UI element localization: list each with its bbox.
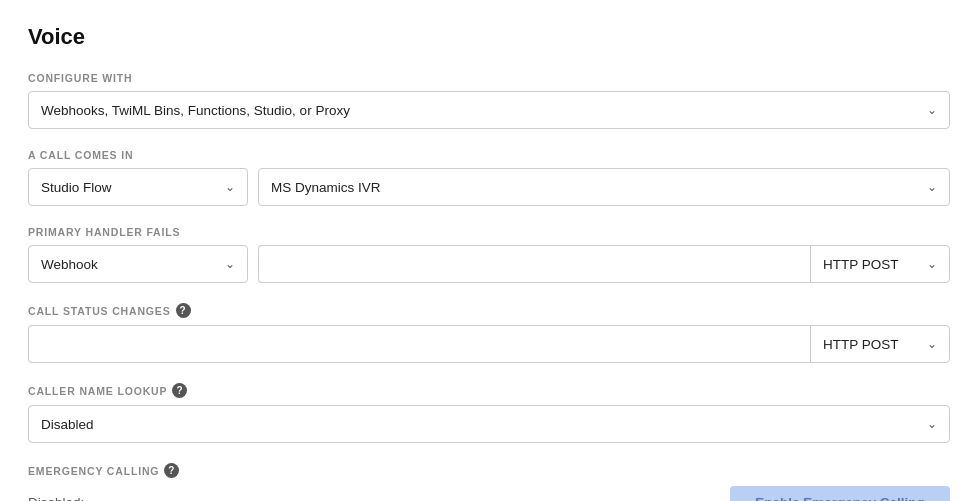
primary-handler-fails-label: PRIMARY HANDLER FAILS [28,226,950,238]
caller-name-lookup-label: CALLER NAME LOOKUP ? [28,383,950,398]
configure-with-section: CONFIGURE WITH Webhooks, TwiML Bins, Fun… [28,72,950,129]
call-status-changes-section: CALL STATUS CHANGES ? HTTP POST ⌄ [28,303,950,363]
primary-handler-left-chevron-icon: ⌄ [225,257,235,271]
caller-name-lookup-help-icon[interactable]: ? [172,383,187,398]
call-comes-in-row: Studio Flow ⌄ MS Dynamics IVR ⌄ [28,168,950,206]
emergency-calling-label: EMERGENCY CALLING ? [28,463,950,478]
primary-handler-right-chevron-icon: ⌄ [927,257,937,271]
primary-handler-fails-row: Webhook ⌄ HTTP POST ⌄ [28,245,950,283]
emergency-calling-help-icon[interactable]: ? [164,463,179,478]
primary-handler-left-select[interactable]: Webhook ⌄ [28,245,248,283]
call-comes-in-left-chevron-icon: ⌄ [225,180,235,194]
caller-name-lookup-chevron-icon: ⌄ [927,417,937,431]
primary-handler-fails-section: PRIMARY HANDLER FAILS Webhook ⌄ HTTP POS… [28,226,950,283]
call-comes-in-section: A CALL COMES IN Studio Flow ⌄ MS Dynamic… [28,149,950,206]
page-title: Voice [28,24,950,50]
configure-with-select[interactable]: Webhooks, TwiML Bins, Functions, Studio,… [28,91,950,129]
call-status-changes-right-select[interactable]: HTTP POST ⌄ [810,325,950,363]
call-status-changes-label: CALL STATUS CHANGES ? [28,303,950,318]
call-comes-in-right-chevron-icon: ⌄ [927,180,937,194]
enable-emergency-calling-button[interactable]: Enable Emergency Calling [730,486,950,501]
call-status-changes-help-icon[interactable]: ? [176,303,191,318]
primary-handler-input-group: HTTP POST ⌄ [258,245,950,283]
caller-name-lookup-section: CALLER NAME LOOKUP ? Disabled ⌄ [28,383,950,443]
emergency-calling-section: EMERGENCY CALLING ? Disabled: Enable Eme… [28,463,950,501]
primary-handler-right-select[interactable]: HTTP POST ⌄ [810,245,950,283]
caller-name-lookup-select[interactable]: Disabled ⌄ [28,405,950,443]
call-status-changes-url-input[interactable] [28,325,810,363]
call-comes-in-right-select[interactable]: MS Dynamics IVR ⌄ [258,168,950,206]
call-comes-in-left-select[interactable]: Studio Flow ⌄ [28,168,248,206]
call-status-changes-chevron-icon: ⌄ [927,337,937,351]
call-comes-in-label: A CALL COMES IN [28,149,950,161]
configure-with-chevron-icon: ⌄ [927,103,937,117]
emergency-calling-row: Disabled: Enable Emergency Calling [28,486,950,501]
call-status-changes-row: HTTP POST ⌄ [28,325,950,363]
primary-handler-url-input[interactable] [258,245,810,283]
configure-with-label: CONFIGURE WITH [28,72,950,84]
emergency-calling-disabled-text: Disabled: [28,495,84,501]
